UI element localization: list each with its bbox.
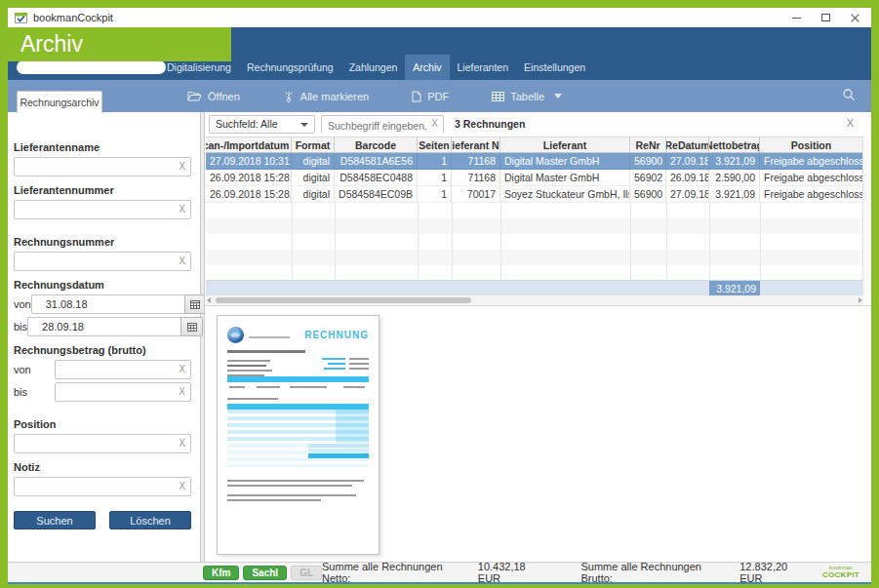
search-field-dropdown[interactable]: Suchfeld: Alle [209,115,315,134]
column-header-position[interactable]: Position [760,137,863,152]
von-label: von [14,298,31,310]
datum-bis-calendar-button[interactable] [180,317,203,336]
scrollbar-thumb[interactable] [216,297,471,303]
loeschen-button[interactable]: Löschen [109,511,191,529]
datum-von-row: von [14,294,191,314]
rechnungsbetrag-label: Rechnungsbetrag (brutto) [14,344,191,356]
column-header-lieferant-nr[interactable]: Lieferant Nr. [452,137,500,152]
table-grid-icon [492,92,504,101]
position-field-wrap: X [14,434,191,453]
position-input[interactable] [15,436,190,453]
table-cell: 56902 [630,170,666,185]
column-header-nettobetrag[interactable]: Nettobetrag [709,137,760,152]
toolbar: Öffnen Alle markieren PDF [8,80,871,112]
maximize-button[interactable] [811,8,840,27]
tab-archiv[interactable]: Archiv [405,55,449,80]
minimize-button[interactable] [781,8,811,27]
betrag-von-input[interactable] [56,362,190,379]
calendar-icon [187,322,197,332]
clear-position-icon[interactable]: X [179,438,185,449]
scroll-right-icon[interactable] [859,297,862,303]
kfm-button[interactable]: Kfm [203,566,239,580]
betrag-von-row: von X [14,360,191,379]
suchen-button[interactable]: Suchen [14,511,96,529]
clear-betrag-bis-icon[interactable]: X [179,386,185,397]
page-title: Archiv [20,31,83,57]
rechnungsnummer-label: Rechnungsnummer [14,236,191,248]
bookman-cockpit-logo: bookman COCKPIT [822,566,859,579]
table-cell: 71168 [452,153,500,169]
lieferantennummer-field-wrap: X [14,200,191,219]
minimize-icon [792,18,801,19]
position-label: Position [14,418,191,430]
invoice-table: Scan-/Importdatum Format Barcode Seiten … [206,137,863,295]
tab-lieferanten[interactable]: Lieferanten [450,55,517,80]
mark-all-label: Alle markieren [300,91,369,102]
clear-betrag-von-icon[interactable]: X [179,364,185,374]
column-header-redatum[interactable]: ReDatum [666,137,709,152]
table-row[interactable]: 26.09.2018 15:28:47 digital D584584EC09B… [206,186,863,203]
lieferantennummer-input[interactable] [15,202,190,219]
lieferantenname-field-wrap: X [14,157,191,176]
table-row[interactable]: 26.09.2018 15:28:47 digital D58458EC0488… [206,170,863,186]
result-count: 3 Rechnungen [455,118,525,130]
pdf-button[interactable]: PDF [412,91,449,102]
table-header-row: Scan-/Importdatum Format Barcode Seiten … [206,137,863,153]
sachl-button[interactable]: Sachl [243,566,287,580]
clear-rechnungsnummer-icon[interactable]: X [179,255,185,266]
summary-row: 3.921,09 [206,280,863,295]
main-content: Suchfeld: Alle X 3 Rechnungen X Scan-/Im… [204,112,871,562]
scroll-left-icon[interactable] [207,297,211,303]
preview-panel: RECHNUNG [205,305,871,562]
column-header-seiten[interactable]: Seiten [418,137,452,152]
empty-rows [206,203,863,280]
app-window: bookmanCockpit Digitalisierung Rechnungs… [8,8,871,584]
column-header-renr[interactable]: ReNr [630,137,666,152]
table-cell: 1 [418,170,452,185]
global-search-input[interactable] [17,60,166,74]
app-icon [15,12,27,24]
mark-all-button[interactable]: Alle markieren [283,91,369,102]
clear-notiz-icon[interactable]: X [179,481,185,491]
statusbar: Kfm Sachl GL Summe alle Rechnungen Netto… [8,562,871,582]
table-cell: Digital Master GmbH [500,153,630,169]
maximize-icon [821,14,830,21]
clear-lieferantenname-icon[interactable]: X [179,161,185,172]
column-header-format[interactable]: Format [292,137,335,152]
folder-open-icon [187,91,202,101]
rechnungsnummer-input[interactable] [15,254,190,271]
clear-lieferantennummer-icon[interactable]: X [179,204,185,215]
search-term-input[interactable] [322,118,443,135]
gl-button[interactable]: GL [291,566,322,580]
close-button[interactable] [840,8,869,27]
open-button[interactable]: Öffnen [187,91,240,102]
clear-search-term-icon[interactable]: X [431,118,438,129]
horizontal-scrollbar[interactable] [206,295,863,305]
notiz-input[interactable] [15,479,190,496]
datum-bis-input[interactable] [27,317,180,336]
chevron-down-icon [300,123,308,127]
table-cell: 27.09.2018 10:31:23 [206,153,292,169]
table-cell: 56900 [630,153,666,169]
column-header-barcode[interactable]: Barcode [335,137,418,152]
table-menu-button[interactable]: Tabelle [492,91,562,102]
betrag-bis-input[interactable] [56,384,190,402]
lieferantenname-input[interactable] [15,159,190,176]
close-filter-icon[interactable]: X [847,117,854,129]
datum-von-input[interactable] [31,294,184,314]
column-header-lieferant[interactable]: Lieferant [500,137,630,152]
tab-einstellungen[interactable]: Einstellungen [516,55,593,80]
tab-rechnungspruefung[interactable]: Rechnungsprüfung [239,55,341,80]
brutto-sum-value: 12.832,20 EUR [739,561,813,584]
table-cell: 71168 [452,170,500,185]
column-header-scandatum[interactable]: Scan-/Importdatum [206,137,292,152]
von-label: von [14,364,55,375]
chevron-down-icon [554,94,562,98]
vertical-scrollbar[interactable] [862,137,871,295]
lieferantenname-label: Lieferantenname [14,141,191,153]
tab-zahlungen[interactable]: Zahlungen [341,55,406,80]
table-cell: 3.921,09 [709,186,760,202]
tab-rechnungsarchiv[interactable]: Rechnungsarchiv [17,91,102,113]
table-row[interactable]: 27.09.2018 10:31:23 digital D584581A6E56… [206,153,863,170]
toolbar-search-button[interactable] [842,88,856,101]
